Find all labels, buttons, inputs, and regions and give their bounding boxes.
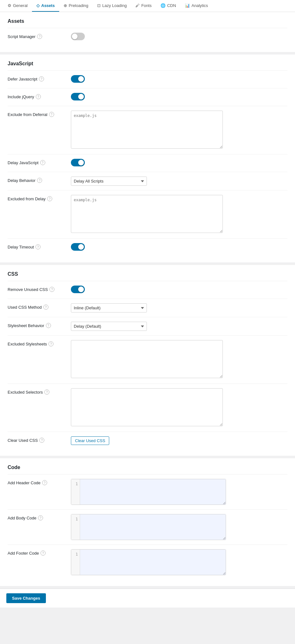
exclude-deferral-row: Exclude from Deferral ? xyxy=(8,106,287,154)
general-icon: ⚙ xyxy=(8,3,11,8)
remove-unused-css-label: Remove Unused CSS ? xyxy=(8,286,71,292)
delay-behavior-help[interactable]: ? xyxy=(37,178,42,183)
defer-javascript-row: Defer Javascript ? xyxy=(8,71,287,88)
stylesheet-behavior-row: Stylesheet Behavior ? Delay (Default) As… xyxy=(8,317,287,336)
tab-cdn[interactable]: 🌐 CDN xyxy=(156,0,180,12)
clear-used-css-label: Clear Used CSS ? xyxy=(8,436,71,443)
add-footer-code-row: Add Footer Code ? 1 xyxy=(8,545,287,580)
tab-preloading[interactable]: ⊕ Preloading xyxy=(59,0,93,12)
used-css-method-row: Used CSS Method ? Inline (Default) Exter… xyxy=(8,299,287,317)
script-manager-control xyxy=(71,33,287,41)
stylesheet-behavior-select[interactable]: Delay (Default) Async Defer xyxy=(71,322,147,331)
defer-javascript-toggle[interactable] xyxy=(71,75,85,83)
delay-javascript-row: Delay JavaScript ? xyxy=(8,154,287,172)
add-footer-code-help[interactable]: ? xyxy=(41,551,46,556)
clear-used-css-help[interactable]: ? xyxy=(39,438,44,443)
add-body-code-help[interactable]: ? xyxy=(38,515,43,520)
used-css-method-label: Used CSS Method ? xyxy=(8,303,71,310)
add-body-code-label: Add Body Code ? xyxy=(8,514,71,520)
clear-used-css-row: Clear Used CSS ? Clear Used CSS xyxy=(8,432,287,449)
add-footer-code-editor: 1 xyxy=(71,549,226,575)
add-footer-code-textarea[interactable] xyxy=(80,550,226,575)
lazy-loading-icon: ⊡ xyxy=(97,3,101,8)
include-jquery-toggle[interactable] xyxy=(71,93,85,100)
assets-title: Assets xyxy=(8,18,287,28)
stylesheet-behavior-label: Stylesheet Behavior ? xyxy=(8,322,71,328)
header-code-line-numbers: 1 xyxy=(71,479,80,505)
add-footer-code-label: Add Footer Code ? xyxy=(8,549,71,556)
excluded-delay-row: Excluded from Delay ? xyxy=(8,190,287,239)
include-jquery-help[interactable]: ? xyxy=(36,94,41,99)
exclude-deferral-label: Exclude from Deferral ? xyxy=(8,111,71,117)
script-manager-toggle[interactable] xyxy=(71,33,85,40)
excluded-selectors-textarea[interactable] xyxy=(71,388,223,426)
excluded-delay-label: Excluded from Delay ? xyxy=(8,195,71,201)
script-manager-row: Script Manager ? xyxy=(8,28,287,46)
clear-used-css-button[interactable]: Clear Used CSS xyxy=(71,436,109,445)
remove-unused-css-row: Remove Unused CSS ? xyxy=(8,281,287,299)
excluded-stylesheets-row: Excluded Stylesheets ? xyxy=(8,336,287,384)
delay-behavior-row: Delay Behavior ? Delay All Scripts Delay… xyxy=(8,172,287,190)
code-title: Code xyxy=(8,465,287,474)
add-header-code-row: Add Header Code ? 1 xyxy=(8,474,287,510)
delay-timeout-label: Delay Timeout ? xyxy=(8,243,71,249)
css-title: CSS xyxy=(8,271,287,281)
script-manager-help[interactable]: ? xyxy=(37,34,42,39)
delay-behavior-label: Delay Behavior ? xyxy=(8,177,71,183)
add-header-code-label: Add Header Code ? xyxy=(8,479,71,485)
save-changes-button[interactable]: Save Changes xyxy=(6,593,46,603)
nav-tabs: ⚙ General ◇ Assets ⊕ Preloading ⊡ Lazy L… xyxy=(0,0,295,12)
script-manager-label: Script Manager ? xyxy=(8,33,71,39)
add-body-code-textarea[interactable] xyxy=(80,514,226,540)
stylesheet-behavior-help[interactable]: ? xyxy=(46,323,51,328)
javascript-section: JavaScript Defer Javascript ? Include jQ… xyxy=(0,55,295,262)
add-body-code-row: Add Body Code ? 1 xyxy=(8,510,287,545)
tab-general[interactable]: ⚙ General xyxy=(3,0,32,12)
defer-javascript-label: Defer Javascript ? xyxy=(8,75,71,81)
excluded-stylesheets-textarea[interactable] xyxy=(71,340,223,378)
fonts-icon: 🖋 xyxy=(135,3,140,8)
remove-unused-css-toggle[interactable] xyxy=(71,286,85,293)
exclude-deferral-textarea[interactable] xyxy=(71,111,223,149)
add-header-code-help[interactable]: ? xyxy=(42,480,47,485)
add-header-code-editor: 1 xyxy=(71,479,226,505)
excluded-selectors-row: Excluded Selectors ? xyxy=(8,384,287,432)
code-section: Code Add Header Code ? 1 Add Body Code ?… xyxy=(0,458,295,586)
delay-timeout-help[interactable]: ? xyxy=(35,244,41,249)
cdn-icon: 🌐 xyxy=(160,3,166,8)
include-jquery-row: Include jQuery ? xyxy=(8,88,287,106)
include-jquery-label: Include jQuery ? xyxy=(8,93,71,99)
excluded-delay-textarea[interactable] xyxy=(71,195,223,233)
add-header-code-textarea[interactable] xyxy=(80,479,226,505)
javascript-title: JavaScript xyxy=(8,61,287,71)
assets-icon: ◇ xyxy=(36,3,40,8)
assets-section: Assets Script Manager ? xyxy=(0,12,295,52)
tab-assets[interactable]: ◇ Assets xyxy=(32,0,59,12)
preloading-icon: ⊕ xyxy=(64,3,67,8)
delay-behavior-select[interactable]: Delay All Scripts Delay Specific Scripts xyxy=(71,177,147,186)
delay-timeout-row: Delay Timeout ? xyxy=(8,239,287,256)
delay-javascript-toggle[interactable] xyxy=(71,159,85,166)
footer-code-line-numbers: 1 xyxy=(71,550,80,575)
delay-javascript-help[interactable]: ? xyxy=(40,160,45,165)
tab-lazy-loading[interactable]: ⊡ Lazy Loading xyxy=(93,0,131,12)
excluded-stylesheets-label: Excluded Stylesheets ? xyxy=(8,340,71,346)
remove-unused-css-help[interactable]: ? xyxy=(49,287,54,292)
analytics-icon: 📊 xyxy=(185,3,190,8)
used-css-method-help[interactable]: ? xyxy=(43,305,48,310)
delay-timeout-toggle[interactable] xyxy=(71,243,85,251)
delay-javascript-label: Delay JavaScript ? xyxy=(8,159,71,165)
css-section: CSS Remove Unused CSS ? Used CSS Method … xyxy=(0,265,295,456)
tab-analytics[interactable]: 📊 Analytics xyxy=(180,0,212,12)
add-body-code-editor: 1 xyxy=(71,514,226,540)
defer-javascript-help[interactable]: ? xyxy=(39,76,44,81)
used-css-method-select[interactable]: Inline (Default) External File xyxy=(71,303,147,312)
excluded-stylesheets-help[interactable]: ? xyxy=(48,341,53,346)
tab-fonts[interactable]: 🖋 Fonts xyxy=(131,0,156,12)
excluded-selectors-help[interactable]: ? xyxy=(44,390,49,395)
body-code-line-numbers: 1 xyxy=(71,514,80,540)
excluded-selectors-label: Excluded Selectors ? xyxy=(8,388,71,395)
excluded-delay-help[interactable]: ? xyxy=(47,196,52,201)
footer-bar: Save Changes xyxy=(0,589,295,608)
exclude-deferral-help[interactable]: ? xyxy=(49,112,54,117)
